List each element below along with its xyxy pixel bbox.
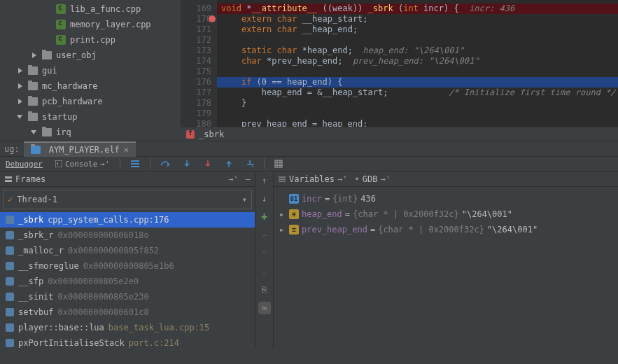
code-line[interactable]: extern char __heap_start; — [217, 14, 618, 24]
tree-item[interactable]: lib_a_func.cpp — [0, 1, 181, 17]
chevron-right-icon[interactable] — [31, 52, 38, 59]
code-line[interactable]: void *__attribute__ ((weak)) _sbrk (int … — [217, 4, 618, 14]
line-number[interactable]: 177 — [181, 88, 211, 98]
tree-item[interactable]: memory_layer.cpp — [0, 17, 181, 32]
thread-selector[interactable]: ✓ Thread-1 ▾ — [3, 190, 252, 209]
tree-label: memory_layer.cpp — [70, 20, 151, 29]
stack-frame[interactable]: __sfp 0x000000000805e2e0 — [0, 274, 255, 289]
tree-item[interactable]: pcb_hardware — [0, 94, 181, 109]
tree-item[interactable]: gui — [0, 63, 181, 78]
chevron-down-icon[interactable] — [31, 129, 38, 136]
folder-icon — [28, 113, 38, 121]
stack-frame[interactable]: player::base::lua base_task_lua.cpp:15 — [0, 320, 255, 335]
stack-frame[interactable]: __sinit 0x000000000805e230 — [0, 289, 255, 304]
breakpoint-icon[interactable] — [209, 15, 216, 22]
tree-label: print.cpp — [70, 35, 115, 45]
close-icon[interactable]: × — [124, 145, 129, 155]
force-step-into-icon[interactable] — [201, 160, 215, 168]
frame-icon — [6, 231, 14, 239]
line-number[interactable]: 175 — [181, 66, 211, 77]
step-out-icon[interactable] — [222, 160, 236, 168]
line-number[interactable]: 170 — [181, 14, 211, 24]
code-line[interactable]: static char *heap_end; heap_end: "\264\0… — [217, 46, 618, 56]
frame-add-icon[interactable]: + — [258, 211, 271, 223]
frame-loc: 0x000000000805f852 — [68, 246, 159, 255]
stack-frame[interactable]: _sbrk cpp_system_calls.cpp:176 — [0, 212, 255, 227]
frame-fn: _sbrk — [18, 215, 43, 225]
line-number[interactable]: 174 — [181, 56, 211, 66]
variables-panel: Variables →' • GDB →' 01 incr = {int} 43… — [274, 172, 618, 349]
hide-frames-icon[interactable]: — — [246, 174, 251, 184]
frame-down-icon[interactable]: ↓ — [258, 192, 271, 205]
chevron-down-icon[interactable] — [17, 113, 24, 120]
tree-label: gui — [42, 66, 57, 76]
line-number[interactable]: 172 — [181, 35, 211, 46]
type-badge-icon: ≡ — [289, 225, 299, 234]
code-line[interactable]: extern char __heap_end; — [217, 24, 618, 35]
stack-frame[interactable]: _sbrk_r 0x000000000806018o — [0, 227, 255, 243]
code-line[interactable]: } — [217, 98, 618, 108]
expand-icon[interactable]: ▸ — [279, 225, 286, 234]
type-badge-icon: 01 — [289, 194, 299, 204]
debug-target-tab[interactable]: AYM_PLAYER.elf × — [24, 141, 136, 157]
frame-loc: 0x00000000080601c8 — [58, 307, 149, 317]
step-into-icon[interactable] — [180, 160, 194, 168]
code-line[interactable] — [217, 35, 618, 46]
chevron-right-icon[interactable] — [17, 67, 24, 74]
link-icon[interactable]: ∞ — [258, 302, 271, 314]
line-number[interactable]: 178 — [181, 98, 211, 108]
editor-breadcrumb[interactable]: _sbrk — [181, 127, 618, 141]
variable-row[interactable]: ▸≡ heap_end = {char * | 0x2000f32c} "\26… — [276, 206, 615, 222]
tree-item[interactable]: irq — [0, 125, 181, 140]
svg-text:I: I — [251, 163, 254, 168]
frame-loc: cpp_system_calls.cpp:176 — [48, 215, 169, 225]
frames-icon — [4, 175, 13, 183]
variable-row[interactable]: 01 incr = {int} 436 — [276, 191, 615, 206]
copy-icon[interactable]: ⎘ — [258, 284, 271, 296]
frame-icon — [6, 339, 14, 347]
frames-settings-icon[interactable]: →' — [228, 174, 238, 184]
variable-row[interactable]: ▸≡ prev_heap_end = {char * | 0x2000f32c}… — [276, 222, 615, 237]
elf-icon — [31, 146, 41, 154]
stack-frame[interactable]: pxPortInitialiseStack port.c:214 — [0, 335, 255, 349]
cpp-file-icon — [56, 20, 66, 29]
frame-loc: base_task_lua.cpp:15 — [108, 323, 210, 332]
type-badge-icon: ≡ — [289, 209, 299, 219]
code-line[interactable]: heap_end = &__heap_start; /* Initialize … — [217, 88, 618, 98]
evaluate-icon[interactable] — [272, 160, 286, 168]
line-number[interactable]: 171 — [181, 24, 211, 35]
tree-label: mc_hardware — [42, 81, 97, 91]
frame-up-icon[interactable]: ↑ — [258, 174, 271, 187]
debugger-tab[interactable]: Debugger — [3, 160, 45, 169]
frame-fn: _malloc_r — [18, 246, 64, 255]
stack-frame[interactable]: setvbuf 0x00000000080601c8 — [0, 304, 255, 320]
line-number[interactable]: 173 — [181, 46, 211, 56]
line-number[interactable]: 169 — [181, 4, 211, 14]
var-value: "\264\001" — [487, 225, 538, 234]
code-line[interactable]: char *prev_heap_end; prev_heap_end: "\26… — [217, 56, 618, 66]
expand-icon[interactable]: ▸ — [279, 209, 286, 219]
code-line[interactable] — [217, 66, 618, 77]
threads-icon[interactable] — [127, 160, 143, 168]
run-to-cursor-icon[interactable]: I — [243, 160, 257, 168]
console-tab[interactable]: Console →' — [52, 160, 113, 169]
chevron-right-icon[interactable] — [17, 83, 24, 90]
step-over-icon[interactable] — [157, 160, 173, 168]
project-tree: lib_a_func.cppmemory_layer.cppprint.cppu… — [0, 0, 181, 141]
frame-fn: pxPortInitialiseStack — [18, 338, 125, 348]
chevron-down-icon[interactable]: ▾ — [242, 195, 247, 204]
tree-item[interactable]: startup — [0, 109, 181, 125]
tree-item[interactable]: user_obj — [0, 48, 181, 63]
tree-item[interactable]: print.cpp — [0, 32, 181, 48]
stack-frame[interactable]: _malloc_r 0x000000000805f852 — [0, 243, 255, 258]
code-line[interactable] — [217, 108, 618, 119]
tree-label: lib_a_func.cpp — [70, 4, 141, 14]
line-number[interactable]: 179 — [181, 108, 211, 119]
chevron-right-icon[interactable] — [17, 98, 24, 105]
line-number[interactable]: 176 — [181, 77, 211, 88]
frame-fn: __sinit — [18, 292, 54, 302]
var-value: 436 — [360, 194, 376, 204]
code-line[interactable]: if (0 == heap_end) { — [217, 77, 618, 88]
stack-frame[interactable]: __sfmoreglue 0x000000000805e1b6 — [0, 258, 255, 274]
tree-item[interactable]: mc_hardware — [0, 78, 181, 94]
